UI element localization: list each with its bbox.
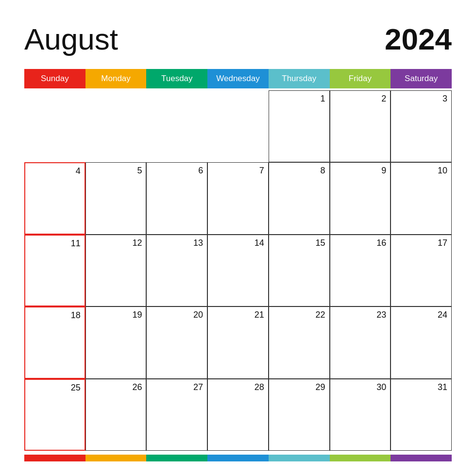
day-cell[interactable]: 11 bbox=[24, 235, 85, 306]
day-cell[interactable]: 30 bbox=[330, 379, 391, 451]
day-cell[interactable]: 15 bbox=[269, 235, 330, 306]
day-number: 3 bbox=[442, 94, 447, 104]
day-number: 25 bbox=[71, 383, 81, 393]
day-cell[interactable]: 5 bbox=[85, 162, 147, 234]
day-cell[interactable]: 8 bbox=[269, 162, 330, 234]
day-header-thursday: Thursday bbox=[269, 69, 330, 88]
bottom-bar-thursday bbox=[269, 455, 330, 461]
day-cell[interactable]: 19 bbox=[85, 306, 147, 378]
day-cell[interactable] bbox=[85, 90, 147, 162]
day-number: 6 bbox=[198, 166, 203, 176]
day-cell[interactable]: 9 bbox=[330, 162, 391, 234]
calendar-grid: 1234567891011121314151617181920212223242… bbox=[24, 90, 452, 451]
calendar-header: August 2024 bbox=[24, 24, 452, 54]
day-number: 11 bbox=[71, 238, 81, 249]
bottom-bar-monday bbox=[85, 455, 147, 461]
day-cell[interactable]: 1 bbox=[269, 90, 330, 162]
day-number: 16 bbox=[376, 238, 386, 248]
day-cell[interactable]: 17 bbox=[391, 235, 452, 306]
year-title: 2024 bbox=[385, 24, 452, 54]
day-cell[interactable]: 21 bbox=[207, 306, 269, 378]
day-cell[interactable]: 23 bbox=[330, 306, 391, 378]
day-number: 10 bbox=[438, 166, 447, 176]
day-number: 1 bbox=[321, 94, 325, 104]
day-cell[interactable]: 31 bbox=[391, 379, 452, 451]
day-cell[interactable]: 14 bbox=[207, 235, 269, 306]
day-header-sunday: Sunday bbox=[24, 69, 85, 88]
day-cell[interactable]: 27 bbox=[146, 379, 207, 451]
day-number: 28 bbox=[255, 382, 264, 392]
day-number: 8 bbox=[321, 166, 325, 176]
day-cell[interactable]: 22 bbox=[269, 306, 330, 378]
day-cell[interactable]: 16 bbox=[330, 235, 391, 306]
day-header-monday: Monday bbox=[85, 69, 147, 88]
day-cell[interactable]: 24 bbox=[391, 306, 452, 378]
day-number: 23 bbox=[376, 310, 386, 320]
day-number: 4 bbox=[76, 166, 81, 176]
day-cell[interactable]: 10 bbox=[391, 162, 452, 234]
day-header-friday: Friday bbox=[330, 69, 391, 88]
day-cell[interactable]: 26 bbox=[85, 379, 147, 451]
day-header-wednesday: Wednesday bbox=[207, 69, 269, 88]
day-number: 13 bbox=[193, 238, 203, 248]
day-number: 19 bbox=[132, 310, 142, 320]
bottom-bar-wednesday bbox=[207, 455, 269, 461]
day-number: 14 bbox=[255, 238, 264, 248]
day-cell[interactable] bbox=[24, 90, 85, 162]
bottom-bar-saturday bbox=[391, 455, 452, 461]
day-cell[interactable]: 20 bbox=[146, 306, 207, 378]
bottom-bar-tuesday bbox=[146, 455, 207, 461]
day-cell[interactable]: 2 bbox=[330, 90, 391, 162]
day-number: 12 bbox=[132, 238, 142, 248]
day-cell[interactable]: 7 bbox=[207, 162, 269, 234]
day-number: 9 bbox=[381, 166, 386, 176]
day-number: 15 bbox=[316, 238, 325, 248]
day-number: 20 bbox=[193, 310, 203, 320]
day-cell[interactable]: 25 bbox=[24, 379, 85, 451]
day-cell[interactable]: 4 bbox=[24, 162, 85, 234]
day-number: 5 bbox=[137, 166, 142, 176]
day-cell[interactable]: 6 bbox=[146, 162, 207, 234]
calendar: August 2024 SundayMondayTuesdayWednesday… bbox=[10, 10, 466, 466]
bottom-bar-sunday bbox=[24, 455, 85, 461]
day-number: 17 bbox=[438, 238, 447, 248]
day-number: 2 bbox=[381, 94, 386, 104]
day-number: 24 bbox=[438, 310, 447, 320]
day-cell[interactable] bbox=[207, 90, 269, 162]
day-cell[interactable]: 29 bbox=[269, 379, 330, 451]
day-number: 7 bbox=[259, 166, 264, 176]
day-number: 31 bbox=[438, 382, 447, 392]
day-number: 18 bbox=[71, 310, 81, 321]
bottom-color-bar bbox=[24, 455, 452, 461]
day-cell[interactable]: 28 bbox=[207, 379, 269, 451]
day-cell[interactable]: 13 bbox=[146, 235, 207, 306]
day-number: 30 bbox=[376, 382, 386, 392]
day-number: 29 bbox=[316, 382, 325, 392]
day-cell[interactable]: 12 bbox=[85, 235, 147, 306]
month-title: August bbox=[24, 24, 118, 54]
day-header-saturday: Saturday bbox=[391, 69, 452, 88]
day-cell[interactable]: 3 bbox=[391, 90, 452, 162]
day-number: 22 bbox=[316, 310, 325, 320]
day-cell[interactable]: 18 bbox=[24, 306, 85, 378]
bottom-bar-friday bbox=[330, 455, 391, 461]
day-number: 27 bbox=[193, 382, 203, 392]
day-headers: SundayMondayTuesdayWednesdayThursdayFrid… bbox=[24, 69, 452, 88]
day-number: 21 bbox=[255, 310, 264, 320]
day-number: 26 bbox=[132, 382, 142, 392]
day-cell[interactable] bbox=[146, 90, 207, 162]
day-header-tuesday: Tuesday bbox=[146, 69, 207, 88]
